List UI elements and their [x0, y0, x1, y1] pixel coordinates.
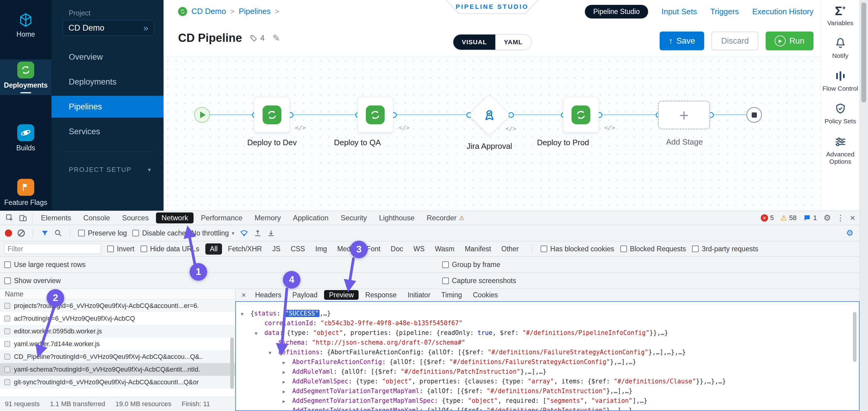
- preview-scrollbar[interactable]: [853, 312, 857, 362]
- record-icon[interactable]: [5, 230, 12, 237]
- add-stage-button[interactable]: +: [658, 100, 710, 129]
- expand-icon[interactable]: ▶: [283, 406, 292, 411]
- group-by-frame-checkbox[interactable]: Group by frame: [442, 261, 500, 269]
- filter-pill-img[interactable]: Img: [311, 243, 331, 255]
- filter-pill-js[interactable]: JS: [268, 243, 285, 255]
- devtools-tab-memory[interactable]: Memory: [249, 211, 287, 225]
- detail-tab-headers[interactable]: Headers: [250, 289, 287, 301]
- toggle-visual[interactable]: VISUAL: [454, 34, 495, 50]
- preserve-log-checkbox[interactable]: Preserve log: [78, 229, 127, 237]
- request-list-header[interactable]: Name: [0, 289, 235, 299]
- breadcrumb-project[interactable]: CD Demo: [191, 7, 226, 16]
- sidebar-item-home[interactable]: Home: [0, 8, 52, 42]
- sidebar-item-deployments[interactable]: Deployments: [0, 59, 52, 95]
- request-row[interactable]: yaml.worker.7d144e.worker.js: [0, 337, 235, 350]
- detail-tab-payload[interactable]: Payload: [287, 289, 323, 301]
- checkbox[interactable]: [4, 261, 11, 268]
- pipeline-start-node[interactable]: [194, 107, 210, 123]
- preview-tree[interactable]: ▼{status: "SUCCESS",…} correlationId: "c…: [235, 301, 860, 411]
- pipeline-canvas[interactable]: </> Deploy to Dev </> Deploy to QA </> J…: [163, 56, 821, 211]
- expand-icon[interactable]: ▶: [283, 368, 292, 377]
- filter-funnel-icon[interactable]: [41, 229, 49, 237]
- filter-pill-css[interactable]: CSS: [286, 243, 310, 255]
- devtools-tab-console[interactable]: Console: [77, 211, 116, 225]
- collapse-icon[interactable]: ▼: [269, 348, 278, 358]
- project-selector[interactable]: CD Demo »: [63, 20, 154, 36]
- tag-count[interactable]: 4: [250, 33, 265, 43]
- expand-icon[interactable]: ▶: [283, 397, 292, 406]
- stage-deploy-to-dev[interactable]: [254, 97, 290, 133]
- collapse-icon[interactable]: ▼: [255, 328, 265, 338]
- stage-deploy-to-qa[interactable]: [358, 97, 393, 133]
- page-scrollbar[interactable]: [860, 0, 868, 411]
- toolbar-notify[interactable]: Notify: [823, 37, 858, 59]
- request-row[interactable]: acl?routingId=6_vVHzo9Qeu9fXvj-AcbCQ: [0, 312, 235, 325]
- network-settings-gear-icon[interactable]: ⚙: [846, 229, 854, 237]
- error-count-badge[interactable]: ✕ 5: [761, 214, 774, 222]
- request-row[interactable]: git-sync?routingId=6_vVHzo9Qeu9fXvj-AcbC…: [0, 376, 235, 388]
- close-detail-icon[interactable]: ×: [241, 290, 246, 300]
- checkbox[interactable]: [4, 277, 11, 284]
- request-row-selected[interactable]: yaml-schema?routingId=6_vVHzo9Qeu9fXvj-A…: [0, 363, 235, 376]
- device-toolbar-icon[interactable]: [17, 214, 30, 222]
- inspect-icon[interactable]: [3, 214, 17, 222]
- filter-input[interactable]: [4, 244, 101, 254]
- sidebar-item-deployments-sub[interactable]: Deployments: [52, 71, 163, 93]
- breadcrumb-pipelines[interactable]: Pipelines: [239, 7, 271, 16]
- sidebar-item-services[interactable]: Services: [52, 121, 163, 143]
- edit-pencil-icon[interactable]: ✎: [273, 33, 280, 43]
- checkbox[interactable]: [141, 245, 147, 252]
- hide-data-urls-checkbox[interactable]: Hide data URLs: [141, 245, 199, 253]
- devtools-tab-performance[interactable]: Performance: [195, 211, 248, 225]
- devtools-tab-security[interactable]: Security: [335, 211, 373, 225]
- disable-cache-checkbox[interactable]: Disable cache: [132, 229, 186, 237]
- blocked-requests-checkbox[interactable]: Blocked Requests: [620, 245, 686, 253]
- sidebar-item-pipelines[interactable]: Pipelines: [52, 96, 163, 118]
- stage-deploy-to-prod[interactable]: [563, 97, 599, 133]
- project-setup-toggle[interactable]: PROJECT SETUP ▾: [69, 164, 151, 176]
- settings-gear-icon[interactable]: ⚙: [824, 214, 831, 222]
- scrollbar-thumb[interactable]: [861, 2, 866, 102]
- toolbar-variables[interactable]: Σ+ Variables: [823, 5, 858, 27]
- throttling-dropdown[interactable]: No throttling ▾: [191, 229, 235, 237]
- checkbox[interactable]: [620, 245, 627, 252]
- filter-pill-doc[interactable]: Doc: [386, 243, 408, 255]
- toggle-yaml[interactable]: YAML: [495, 34, 531, 50]
- checkbox[interactable]: [692, 245, 699, 252]
- devtools-tab-application[interactable]: Application: [287, 211, 334, 225]
- sidebar-item-builds[interactable]: Builds: [0, 121, 52, 155]
- tab-triggers[interactable]: Triggers: [710, 7, 739, 17]
- devtools-tab-elements[interactable]: Elements: [35, 211, 77, 225]
- save-button[interactable]: ↑ Save: [660, 31, 704, 50]
- expand-project-icon[interactable]: »: [143, 23, 148, 33]
- expand-icon[interactable]: ▶: [283, 377, 292, 387]
- request-row[interactable]: editor.worker.0595db.worker.js: [0, 325, 235, 337]
- checkbox[interactable]: [540, 245, 547, 252]
- devtools-tab-recorder[interactable]: Recorder: [421, 211, 459, 225]
- request-row[interactable]: projects?routingId=6_vVHzo9Qeu9fXvj-AcbC…: [0, 299, 235, 312]
- capture-screenshots-checkbox[interactable]: Capture screenshots: [442, 277, 516, 285]
- detail-tab-cookies[interactable]: Cookies: [467, 289, 503, 301]
- filter-pill-manifest[interactable]: Manifest: [460, 243, 495, 255]
- export-har-icon[interactable]: [267, 229, 275, 237]
- toolbar-advanced-options[interactable]: Advanced Options: [823, 136, 858, 165]
- tab-execution-history[interactable]: Execution History: [752, 7, 813, 17]
- discard-button[interactable]: Discard: [711, 31, 759, 50]
- checkbox[interactable]: [78, 230, 85, 236]
- expand-icon[interactable]: ▶: [283, 358, 292, 368]
- tab-input-sets[interactable]: Input Sets: [661, 7, 697, 17]
- checkbox[interactable]: [442, 277, 449, 284]
- third-party-requests-checkbox[interactable]: 3rd-party requests: [692, 245, 758, 253]
- toolbar-flow-control[interactable]: Flow Control: [823, 70, 858, 92]
- checkbox[interactable]: [107, 245, 114, 252]
- filter-pill-fetch-xhr[interactable]: Fetch/XHR: [223, 243, 266, 255]
- toolbar-policy-sets[interactable]: Policy Sets: [823, 102, 858, 125]
- sidebar-item-overview[interactable]: Overview: [52, 46, 163, 68]
- request-row[interactable]: CD_Pipeline?routingId=6_vVHzo9Qeu9fXvj-A…: [0, 350, 235, 363]
- detail-tab-preview[interactable]: Preview: [324, 290, 359, 300]
- search-icon[interactable]: [54, 229, 62, 237]
- filter-pill-all[interactable]: All: [205, 243, 222, 255]
- filter-pill-other[interactable]: Other: [497, 243, 523, 255]
- checkbox[interactable]: [442, 261, 449, 268]
- filter-pill-ws[interactable]: WS: [409, 243, 429, 255]
